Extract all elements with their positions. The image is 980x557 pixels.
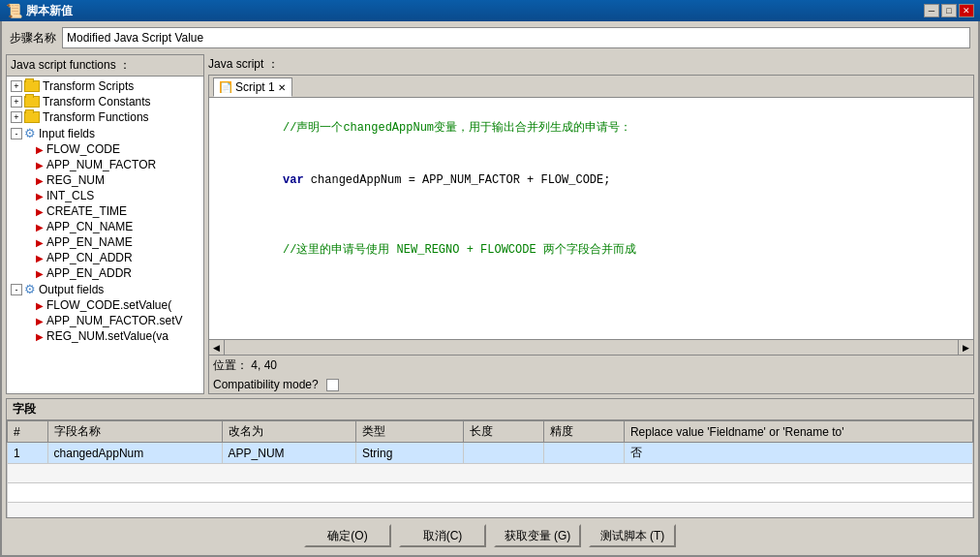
title-bar-icon: 📜 — [6, 3, 22, 18]
close-button[interactable]: ✕ — [959, 4, 974, 17]
footer-buttons: 确定(O) 取消(C) 获取变量 (G) 测试脚本 (T) — [6, 518, 974, 551]
tree-item-transform-scripts[interactable]: + Transform Scripts — [9, 78, 201, 94]
left-panel: Java script functions ： + Transform Scri… — [6, 54, 204, 394]
expand-transform-constants[interactable]: + — [11, 96, 22, 108]
tree-item-reg-num-set[interactable]: ▶ REG_NUM.setValue(va — [9, 328, 201, 344]
scroll-right-button[interactable]: ▶ — [958, 340, 973, 356]
middle-section: Java script functions ： + Transform Scri… — [6, 54, 974, 394]
arrow-icon-reg-num-set: ▶ — [36, 331, 44, 342]
scroll-left-button[interactable]: ◀ — [209, 340, 225, 356]
position-label: 位置： — [213, 358, 248, 372]
fields-table: # 字段名称 改名为 类型 长度 精度 Replace value 'Field… — [7, 420, 973, 517]
table-container[interactable]: # 字段名称 改名为 类型 长度 精度 Replace value 'Field… — [7, 420, 973, 517]
tree-label-transform-constants: Transform Constants — [43, 95, 151, 108]
expand-transform-functions[interactable]: + — [11, 111, 22, 123]
arrow-icon-reg-num: ▶ — [36, 175, 44, 186]
col-header-replace: Replace value 'Fieldname' or 'Rename to' — [624, 421, 972, 443]
arrow-icon-create-time: ▶ — [36, 206, 44, 217]
cell-precision — [543, 443, 624, 464]
confirm-button[interactable]: 确定(O) — [304, 524, 391, 547]
compat-checkbox[interactable] — [326, 379, 339, 391]
gear-icon-output: ⚙ — [24, 282, 36, 296]
arrow-icon-int-cls: ▶ — [36, 191, 44, 201]
position-row: 位置： 4, 40 — [209, 355, 973, 376]
cell-type: String — [356, 443, 464, 464]
step-name-input[interactable] — [62, 27, 970, 48]
tree-item-app-num-factor[interactable]: ▶ APP_NUM_FACTOR — [9, 157, 201, 172]
arrow-icon-app-cn-addr: ▶ — [36, 253, 44, 263]
folder-icon-transform-functions — [24, 111, 40, 123]
horizontal-scrollbar[interactable]: ◀ ▶ — [209, 339, 973, 355]
script-area: 📄 Script 1 ✕ //声明一个changedAppNum变量，用于输出合… — [208, 75, 974, 394]
table-row[interactable]: 1 changedAppNum APP_NUM String 否 — [8, 443, 973, 464]
comment-line-1: //声明一个changedAppNum变量，用于输出合并列生成的申请号： — [283, 121, 631, 135]
col-header-length: 长度 — [463, 421, 543, 443]
tree-item-output-fields[interactable]: - ⚙ Output fields — [9, 281, 201, 297]
folder-icon-transform-scripts — [24, 80, 40, 92]
tree-item-flow-code[interactable]: ▶ FLOW_CODE — [9, 141, 201, 157]
tree-label-int-cls: INT_CLS — [46, 189, 94, 202]
arrow-icon-flow-code: ▶ — [36, 144, 44, 155]
script-tab-1[interactable]: 📄 Script 1 ✕ — [213, 77, 292, 97]
left-panel-label: Java script functions ： — [7, 55, 203, 77]
cancel-button[interactable]: 取消(C) — [399, 524, 486, 547]
tree-item-app-cn-name[interactable]: ▶ APP_CN_NAME — [9, 219, 201, 234]
folder-icon-transform-constants — [24, 96, 40, 108]
expand-input-fields[interactable]: - — [11, 128, 22, 139]
maximize-button[interactable]: □ — [941, 4, 957, 17]
tree-label-app-en-addr: APP_EN_ADDR — [46, 266, 132, 280]
tree-label-transform-functions: Transform Functions — [43, 110, 149, 124]
tree-item-flow-code-set[interactable]: ▶ FLOW_CODE.setValue( — [9, 297, 201, 313]
tree-item-transform-functions[interactable]: + Transform Functions — [9, 109, 201, 125]
arrow-icon-app-num-factor: ▶ — [36, 160, 44, 170]
tree-item-create-time[interactable]: ▶ CREATE_TIME — [9, 203, 201, 219]
expand-transform-scripts[interactable]: + — [11, 80, 22, 92]
expand-output-fields[interactable]: - — [11, 284, 22, 295]
script-editor[interactable]: //声明一个changedAppNum变量，用于输出合并列生成的申请号： var… — [209, 98, 973, 339]
col-header-num: # — [8, 421, 48, 443]
right-panel: Java script ： 📄 Script 1 ✕ //声明一个changed… — [208, 54, 974, 394]
col-header-type: 类型 — [356, 421, 464, 443]
col-header-precision: 精度 — [543, 421, 624, 443]
cell-rename: APP_NUM — [222, 443, 355, 464]
tree-item-int-cls[interactable]: ▶ INT_CLS — [9, 188, 201, 203]
tree-item-reg-num[interactable]: ▶ REG_NUM — [9, 172, 201, 188]
bottom-section: 字段 # 字段名称 改名为 类型 长度 精度 Replace value 'Fi… — [6, 398, 974, 518]
tree-label-reg-num: REG_NUM — [46, 173, 105, 187]
cell-num: 1 — [8, 443, 48, 464]
script-tab-label: Script 1 — [235, 80, 275, 94]
arrow-icon-app-en-addr: ▶ — [36, 268, 44, 279]
test-script-button[interactable]: 测试脚本 (T) — [589, 524, 676, 547]
tree-item-app-en-addr[interactable]: ▶ APP_EN_ADDR — [9, 265, 201, 281]
tree-label-app-cn-addr: APP_CN_ADDR — [46, 251, 133, 264]
table-row-empty-1 — [8, 464, 973, 483]
tree-label-reg-num-set: REG_NUM.setValue(va — [46, 329, 168, 343]
right-panel-label: Java script ： — [208, 54, 974, 75]
table-row-empty-3 — [8, 503, 973, 518]
tree-item-transform-constants[interactable]: + Transform Constants — [9, 94, 201, 109]
table-section-header: 字段 — [7, 399, 973, 420]
main-window: 步骤名称 Java script functions ： + Transform… — [0, 21, 980, 557]
compat-label: Compatibility mode? — [213, 378, 319, 391]
keyword-var: var — [283, 173, 304, 187]
minimize-button[interactable]: ─ — [924, 4, 939, 17]
tree-container[interactable]: + Transform Scripts + Transform Constant… — [7, 77, 203, 393]
tree-label-app-en-name: APP_EN_NAME — [46, 235, 133, 249]
script-tab-close[interactable]: ✕ — [278, 82, 286, 93]
arrow-icon-app-en-name: ▶ — [36, 237, 44, 248]
gear-icon-input: ⚙ — [24, 126, 36, 140]
tree-item-app-num-set[interactable]: ▶ APP_NUM_FACTOR.setV — [9, 313, 201, 328]
compat-row: Compatibility mode? — [209, 376, 973, 393]
tree-item-app-en-name[interactable]: ▶ APP_EN_NAME — [9, 234, 201, 250]
tree-item-app-cn-addr[interactable]: ▶ APP_CN_ADDR — [9, 250, 201, 265]
table-row-empty-2 — [8, 483, 973, 503]
arrow-icon-flow-code-set: ▶ — [36, 300, 44, 311]
script-tab-bar: 📄 Script 1 ✕ — [209, 76, 973, 98]
tree-label-input-fields: Input fields — [39, 127, 95, 140]
get-vars-button[interactable]: 获取变量 (G) — [494, 524, 581, 547]
cell-replace: 否 — [624, 443, 972, 464]
step-name-label: 步骤名称 — [10, 30, 56, 46]
tree-item-input-fields[interactable]: - ⚙ Input fields — [9, 125, 201, 141]
title-bar-buttons: ─ □ ✕ — [924, 4, 974, 17]
cell-field-name: changedAppNum — [47, 443, 222, 464]
